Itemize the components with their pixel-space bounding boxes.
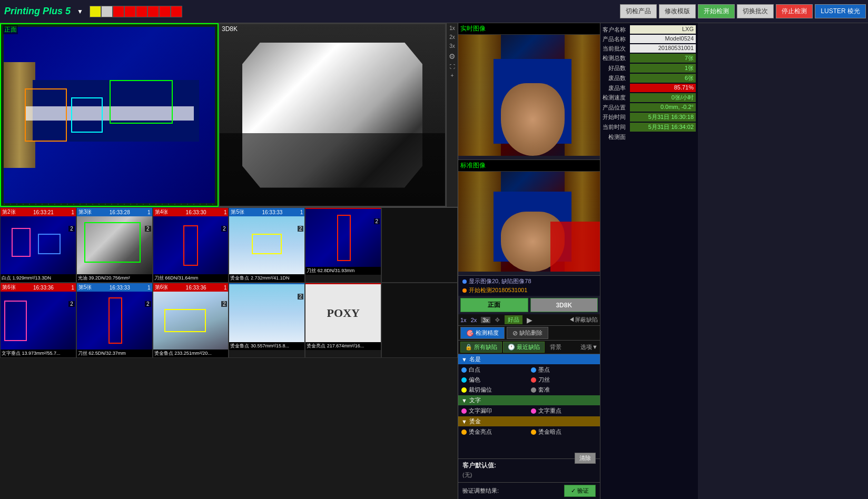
thumb-label-6: 文字垂点 13.973mm²/55.7... xyxy=(1,350,76,357)
cat-item-modian[interactable]: 墨点 xyxy=(530,365,598,374)
defect-thumb-5[interactable]: 2 刀丝 62.8DN/31.93mm xyxy=(305,207,381,283)
color-square xyxy=(124,6,136,17)
thumb-img-10: POXY xyxy=(305,284,381,342)
right-panel: 实时图像 标准图像 xyxy=(458,23,868,499)
std-red-overlay xyxy=(550,222,600,272)
badge-num-9: 2 xyxy=(298,294,304,300)
thumb-badge-6: 1 xyxy=(71,285,74,291)
sub-tab-recent[interactable]: 🕐 最近缺陷 xyxy=(503,342,545,353)
front-view-panel[interactable]: 正面 xyxy=(0,23,219,207)
face-front-btn[interactable]: 正面 xyxy=(460,298,528,312)
overlay-box-7 xyxy=(108,297,122,344)
status-good[interactable]: 好品 xyxy=(505,315,522,324)
display-text-1[interactable]: 显示图像20, 缺陷图像78 xyxy=(469,277,531,285)
cat-dot-wenziloyin xyxy=(461,408,467,414)
plus-icon[interactable]: + xyxy=(450,72,455,79)
product-pos-label: 产品位置 xyxy=(603,104,628,112)
defect-thumb-spacer xyxy=(381,207,458,283)
brand-btn[interactable]: LUSTER 棱光 xyxy=(815,4,866,18)
title-dropdown-icon[interactable]: ▼ xyxy=(75,8,85,15)
cat-expand-gold-icon: ▼ xyxy=(461,418,467,425)
product-name-value: Model0524 xyxy=(630,35,696,43)
cat-label-wenzichongdian: 文字重点 xyxy=(538,407,561,415)
badge-num-5: 2 xyxy=(374,218,380,224)
thumb-time-2: 16:33:28 xyxy=(110,209,130,215)
stop-detect-btn[interactable]: 停止检测 xyxy=(776,4,813,18)
face-label: 检测面 xyxy=(603,133,628,141)
sub-tab-options[interactable]: 选项▼ xyxy=(580,343,598,351)
cat-item-tangjin-dark[interactable]: 烫金暗点 xyxy=(530,427,598,436)
defect-thumb-3[interactable]: 第4张 16:33:30 1 2 刀丝 66DN/31.64mm xyxy=(153,207,229,283)
modify-model-btn[interactable]: 修改模版 xyxy=(659,4,696,18)
color-square xyxy=(90,6,101,17)
cat-dot-daosi xyxy=(531,377,536,383)
status-zoom-3[interactable]: 3x xyxy=(481,317,490,323)
thumb-time-1: 16:33:21 xyxy=(33,209,54,215)
defect-count-value: 6张 xyxy=(630,74,696,83)
start-detect-btn[interactable]: 开始检测 xyxy=(698,4,735,18)
defect-thumb-4[interactable]: 第5张 16:33:33 1 2 烫金鲁点 2.732mm²/41.1DN xyxy=(229,207,305,283)
cat-item-baidan[interactable]: 白点 xyxy=(460,365,529,374)
display-lines-section: 显示图像20, 缺陷图像78 开始检测20180531001 xyxy=(458,276,600,296)
defect-rate-label: 废品率 xyxy=(603,84,628,92)
hide-defect[interactable]: ◀屏蔽缺陷 xyxy=(569,316,598,324)
thumb-label-7: 刀丝 62.5DN/32.37mm xyxy=(77,350,152,357)
cat-header-name[interactable]: ▼ 名是 xyxy=(458,354,600,364)
defect-thumb-9[interactable]: 2 烫金鲁点 30.557mm²/15.8... xyxy=(229,283,305,358)
cat-expand-text-icon: ▼ xyxy=(461,397,467,404)
defect-thumb-10[interactable]: POXY 烫金亮点 217.674mm²/16... xyxy=(305,283,381,358)
cat-header-text[interactable]: ▼ 文字 xyxy=(458,395,600,405)
cat-item-daosi[interactable]: 刀丝 xyxy=(530,375,598,384)
cat-item-taojun[interactable]: 套准 xyxy=(530,385,598,394)
color-squares-panel xyxy=(90,6,182,17)
defect-thumb-1[interactable]: 第2张 16:33:21 1 2 白点 1.929mm²/13.3DN xyxy=(0,207,76,283)
status-zoom-2[interactable]: 2x xyxy=(471,317,477,323)
fullscreen-icon[interactable]: ⛶ xyxy=(449,63,456,71)
zoom-2x[interactable]: 2x xyxy=(448,33,456,41)
product-name-label: 产品名称 xyxy=(603,35,628,43)
face-bw-btn[interactable]: 3D8K xyxy=(530,298,598,312)
settings-icon[interactable]: ⚙ xyxy=(448,51,457,62)
defect-thumb-8[interactable]: 第6张 16:33:36 1 2 烫金鲁点 233.251mm²/20... xyxy=(153,283,229,358)
cat-item-caiwei[interactable]: 裁切偏位 xyxy=(460,385,529,394)
cat-label-modian: 墨点 xyxy=(538,366,550,374)
zoom-3x[interactable]: 3x xyxy=(448,42,456,50)
view-3d8k-panel[interactable]: 3D8K xyxy=(219,23,446,207)
verify-btn[interactable]: ✓ 验证 xyxy=(564,485,596,497)
cat-header-gold[interactable]: ▼ 烫金 xyxy=(458,416,600,426)
cat-label-tangjin-dark: 烫金暗点 xyxy=(538,428,561,436)
selection-box-3 xyxy=(110,80,173,124)
selection-box-1 xyxy=(25,88,67,142)
thumb-img-7: 2 xyxy=(77,292,152,350)
detect-speed-label: 检测速度 xyxy=(603,94,628,102)
thumb-label-2: 光油 39.2DN/20.756mm² xyxy=(77,274,152,282)
thumb-badge-7: 1 xyxy=(147,285,151,291)
detect-speed-value: 0张/小时 xyxy=(630,93,696,102)
thumb-row-label-8: 第6张 xyxy=(155,284,169,291)
status-arrow[interactable]: ▶ xyxy=(527,316,532,324)
clean-btn[interactable]: 清除 xyxy=(575,453,596,464)
tab-defect-delete[interactable]: ⊘ 缺陷删除 xyxy=(507,327,548,339)
selection-box-2 xyxy=(71,97,103,133)
total-detect-value: 7张 xyxy=(630,54,696,63)
sub-tab-all[interactable]: 🔒 所有缺陷 xyxy=(460,342,502,353)
color-square xyxy=(136,6,147,17)
display-text-2[interactable]: 开始检测20180531001 xyxy=(469,286,527,294)
thumb-label-1: 白点 1.929mm²/13.3DN xyxy=(1,274,76,282)
switch-batch-btn[interactable]: 切换批次 xyxy=(737,4,774,18)
thumb-row-label-7: 第5张 xyxy=(78,284,92,291)
status-zoom-1[interactable]: 1x xyxy=(460,317,467,323)
defect-rate-value: 85.71% xyxy=(630,84,696,92)
cat-dot-tangjin-dark xyxy=(531,430,536,435)
cat-item-tangjin-bright[interactable]: 烫金亮点 xyxy=(460,427,529,436)
zoom-1x[interactable]: 1x xyxy=(448,24,456,32)
cat-item-wenziloyin[interactable]: 文字漏印 xyxy=(460,406,529,415)
cat-item-wenzichongdian[interactable]: 文字重点 xyxy=(530,406,598,415)
cat-item-pianse[interactable]: 偏色 xyxy=(460,375,529,384)
cat-label-wenziloyin: 文字漏印 xyxy=(469,407,492,415)
cut-product-btn[interactable]: 切检产品 xyxy=(620,4,657,18)
defect-thumb-2[interactable]: 第3张 16:33:28 1 2 光油 39.2DN/20.756mm² xyxy=(76,207,153,283)
defect-thumb-7[interactable]: 第5张 16:33:33 1 2 刀丝 62.5DN/32.37mm xyxy=(76,283,153,358)
tab-precision[interactable]: 🎯 检测精度 xyxy=(460,327,505,339)
defect-thumb-6[interactable]: 第6张 16:33:36 1 2 文字垂点 13.973mm²/55.7... xyxy=(0,283,76,358)
